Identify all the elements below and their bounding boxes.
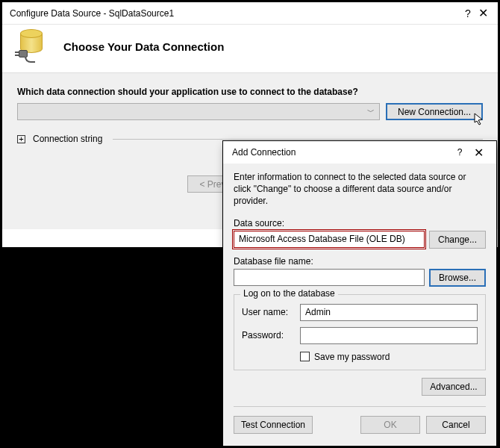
wizard-prompt: Which data connection should your applic… xyxy=(17,87,483,97)
addconn-title: Add Connection xyxy=(232,147,451,158)
data-source-label: Data source: xyxy=(234,218,486,228)
svg-marker-0 xyxy=(475,113,482,125)
chevron-down-icon: ﹀ xyxy=(367,107,375,117)
wizard-header: Choose Your Data Connection xyxy=(2,25,498,72)
close-icon[interactable]: ✕ xyxy=(468,146,489,160)
cancel-button[interactable]: Cancel xyxy=(426,416,486,434)
password-label: Password: xyxy=(242,330,300,340)
data-source-field: Microsoft Access Database File (OLE DB) xyxy=(234,231,425,248)
dbfile-field[interactable] xyxy=(234,269,425,286)
add-connection-dialog: Add Connection ? ✕ Enter information to … xyxy=(222,140,497,447)
database-icon xyxy=(16,29,50,63)
ok-button: OK xyxy=(360,416,420,434)
test-connection-button[interactable]: Test Connection xyxy=(234,416,313,434)
divider xyxy=(113,139,483,140)
close-icon[interactable]: ✕ xyxy=(475,6,490,20)
advanced-button[interactable]: Advanced... xyxy=(422,378,486,396)
logon-group: Log on to the database User name: Passwo… xyxy=(234,294,486,370)
new-connection-label: New Connection... xyxy=(398,107,471,117)
help-icon[interactable]: ? xyxy=(460,7,475,19)
addconn-button-row: Test Connection OK Cancel xyxy=(234,406,486,434)
help-icon[interactable]: ? xyxy=(451,147,468,158)
save-password-label: Save my password xyxy=(314,352,390,362)
connection-string-label: Connection string xyxy=(33,134,102,144)
save-password-checkbox[interactable] xyxy=(300,352,310,361)
username-label: User name: xyxy=(242,307,300,317)
browse-button[interactable]: Browse... xyxy=(429,269,486,287)
connection-dropdown[interactable]: ﹀ xyxy=(17,103,380,120)
new-connection-button[interactable]: New Connection... xyxy=(386,103,483,120)
save-password-row[interactable]: Save my password xyxy=(300,352,478,362)
password-field[interactable] xyxy=(300,327,478,344)
wizard-titlebar: Configure Data Source - SqlDataSource1 ?… xyxy=(2,2,498,25)
username-field[interactable] xyxy=(300,304,478,321)
plus-icon: + xyxy=(17,135,25,143)
change-button[interactable]: Change... xyxy=(429,231,486,249)
dbfile-label: Database file name: xyxy=(234,256,486,267)
addconn-intro: Enter information to connect to the sele… xyxy=(234,171,486,208)
cursor-icon xyxy=(474,113,486,126)
logon-group-title: Log on to the database xyxy=(240,288,338,299)
wizard-title: Configure Data Source - SqlDataSource1 xyxy=(10,8,460,19)
wizard-heading: Choose Your Data Connection xyxy=(63,40,224,53)
addconn-titlebar: Add Connection ? ✕ xyxy=(223,141,496,164)
